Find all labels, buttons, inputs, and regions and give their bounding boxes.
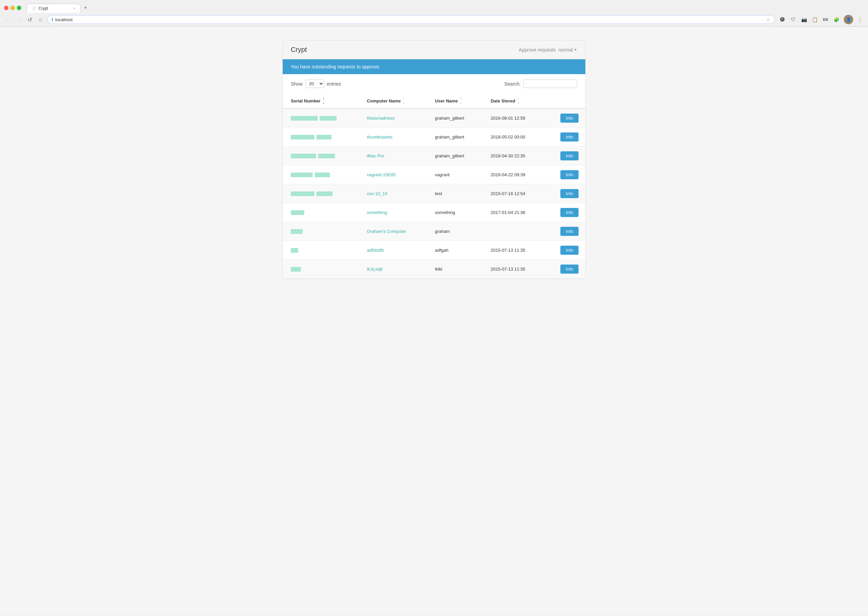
alert-banner: You have outstanding requests to approve… xyxy=(283,59,585,74)
profile-avatar[interactable]: 👤 xyxy=(844,15,853,24)
computer-name-link[interactable]: iMac Pro xyxy=(367,153,384,159)
serial-bar xyxy=(291,229,303,234)
computer-name-link[interactable]: osx-10_10 xyxy=(367,191,388,196)
cell-serial xyxy=(283,146,359,165)
cell-username: something xyxy=(427,203,482,222)
vpn-icon[interactable]: 🛡 xyxy=(788,15,798,24)
clipboard-icon[interactable]: 📋 xyxy=(810,15,819,24)
tab-title: Crypt xyxy=(38,6,48,11)
info-button[interactable]: Info xyxy=(560,113,579,123)
serial-bar xyxy=(291,210,304,215)
serial-placeholder xyxy=(291,154,351,159)
maximize-button[interactable] xyxy=(17,6,21,10)
info-button[interactable]: Info xyxy=(560,264,579,273)
search-label: Search: xyxy=(504,81,521,86)
computer-name-link[interactable]: lk;kj;sdjf xyxy=(367,267,383,272)
tab-close-button[interactable]: × xyxy=(74,6,75,11)
cell-date: 2015-07-16 12:54 xyxy=(482,184,545,203)
th-username[interactable]: User Name ↑↓ xyxy=(427,93,482,108)
dropdown-arrow-icon: ▼ xyxy=(574,48,577,52)
cell-username: graham_gilbert xyxy=(427,128,482,146)
serial-bar xyxy=(316,192,333,196)
tab-bar: 📄 Crypt × + xyxy=(27,3,864,13)
info-button[interactable]: Info xyxy=(560,246,579,255)
camera-icon[interactable]: 📷 xyxy=(799,15,809,24)
active-tab[interactable]: 📄 Crypt × xyxy=(27,4,80,13)
serial-placeholder xyxy=(291,229,351,234)
cell-username: lklkl xyxy=(427,260,482,279)
serial-placeholder xyxy=(291,173,351,177)
cell-username: graham_gilbert xyxy=(427,108,482,128)
cell-username: graham_gilbert xyxy=(427,146,482,165)
search-input[interactable] xyxy=(523,80,577,88)
cell-computer: Graham's Computer xyxy=(359,222,427,241)
sort-username-icon: ↑↓ xyxy=(460,97,462,105)
cell-date: 2016-04-22 09:39 xyxy=(482,165,545,184)
table-row: osx-10_10test2015-07-16 12:54Info xyxy=(283,184,585,203)
cell-username: test xyxy=(427,184,482,203)
dx-icon[interactable]: DX xyxy=(821,15,830,24)
home-button[interactable]: ⌂ xyxy=(36,16,44,24)
extensions-icon[interactable]: 🧩 xyxy=(832,15,841,24)
close-button[interactable] xyxy=(4,6,8,10)
info-button[interactable]: Info xyxy=(560,132,579,141)
url-input[interactable] xyxy=(55,17,764,22)
cell-computer: osx-10_10 xyxy=(359,184,427,203)
table-body: thisismadnessgraham_gilbert2016-08-01 12… xyxy=(283,108,585,279)
computer-name-link[interactable]: something xyxy=(367,210,387,215)
app-header-right: Approve requests normal ▼ xyxy=(519,47,577,53)
back-button[interactable]: ← xyxy=(4,16,12,24)
reload-button[interactable]: ↺ xyxy=(26,16,34,24)
table-row: thisismadnessgraham_gilbert2016-08-01 12… xyxy=(283,108,585,128)
cell-username: vagrant xyxy=(427,165,482,184)
cell-info: Info xyxy=(545,222,585,241)
info-button[interactable]: Info xyxy=(560,227,579,236)
cell-date: 2015-07-13 11:35 xyxy=(482,260,545,279)
show-entries-control: Show 20 50 100 entries xyxy=(291,80,341,88)
alert-text: You have outstanding requests to approve… xyxy=(291,64,380,69)
table-row: somethingsomething2017-01-04 21:36Info xyxy=(283,203,585,222)
new-tab-button[interactable]: + xyxy=(80,3,90,13)
info-button[interactable]: Info xyxy=(560,170,579,179)
data-table: Serial Number ↑↓ Computer Name ↑↓ User N… xyxy=(283,93,585,279)
cell-info: Info xyxy=(545,128,585,146)
more-options-button[interactable]: ⋮ xyxy=(856,16,864,24)
sort-date-icon: ↑↓ xyxy=(517,97,519,105)
info-button[interactable]: Info xyxy=(560,189,579,198)
serial-placeholder xyxy=(291,267,351,272)
address-bar[interactable]: ℹ ☆ xyxy=(47,15,775,24)
info-button[interactable]: Info xyxy=(560,208,579,217)
table-row: Graham's ComputergrahamInfo xyxy=(283,222,585,241)
cell-date: 2016-08-01 12:58 xyxy=(482,108,545,128)
cell-info: Info xyxy=(545,184,585,203)
th-computer[interactable]: Computer Name ↑↓ xyxy=(359,93,427,108)
th-serial[interactable]: Serial Number ↑↓ xyxy=(283,93,359,108)
cell-serial xyxy=(283,184,359,203)
th-date[interactable]: Date Stored ↑↓ xyxy=(482,93,545,108)
table-row: adfhbdfhadfgah2015-07-13 11:35Info xyxy=(283,241,585,260)
computer-name-link[interactable]: vagrant-15E65 xyxy=(367,172,396,177)
entries-select[interactable]: 20 50 100 xyxy=(305,80,324,88)
mode-dropdown[interactable]: normal ▼ xyxy=(558,47,577,53)
computer-name-link[interactable]: thunderpants xyxy=(367,134,392,140)
forward-button[interactable]: → xyxy=(15,16,23,24)
table-controls: Show 20 50 100 entries Search: xyxy=(283,74,585,93)
pocket-icon[interactable]: 🅟 xyxy=(778,15,787,24)
approve-requests-link[interactable]: Approve requests xyxy=(519,47,556,53)
computer-name-link[interactable]: adfhbdfh xyxy=(367,248,384,253)
minimize-button[interactable] xyxy=(11,6,15,10)
computer-name-link[interactable]: thisismadness xyxy=(367,116,395,121)
serial-bar xyxy=(291,267,301,272)
info-button[interactable]: Info xyxy=(560,151,579,160)
table-row: iMac Prograham_gilbert2018-04-30 22:35In… xyxy=(283,146,585,165)
bookmark-star-icon[interactable]: ☆ xyxy=(766,17,771,22)
computer-name-link[interactable]: Graham's Computer xyxy=(367,229,407,234)
app-container: Crypt Approve requests normal ▼ You have… xyxy=(283,40,585,279)
th-action xyxy=(545,93,585,108)
security-lock-icon: ℹ xyxy=(52,17,53,22)
serial-bar xyxy=(318,154,335,159)
cell-serial xyxy=(283,203,359,222)
cell-serial xyxy=(283,128,359,146)
serial-placeholder xyxy=(291,192,351,196)
tab-page-icon: 📄 xyxy=(32,6,36,11)
